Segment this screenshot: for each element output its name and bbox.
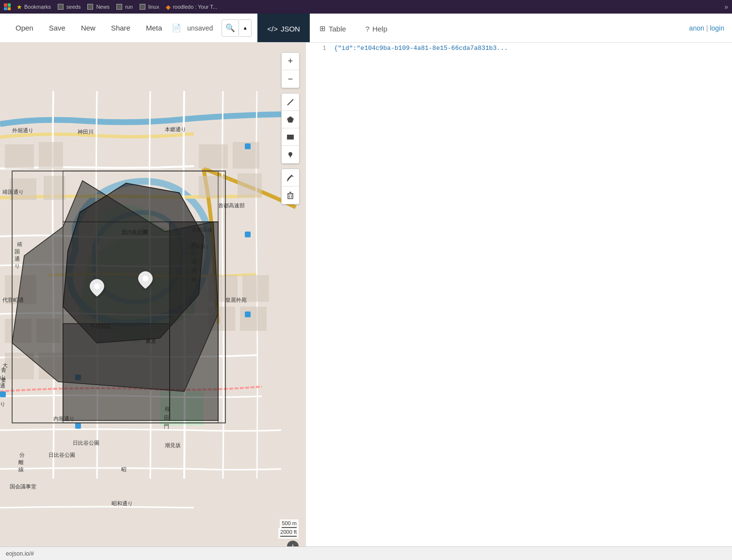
file-icon: 📄 bbox=[172, 23, 181, 32]
svg-rect-4 bbox=[5, 144, 34, 169]
chevron-button[interactable]: ▲ bbox=[239, 19, 252, 37]
rectangle-tool-icon bbox=[286, 133, 295, 141]
meta-button[interactable]: Meta bbox=[138, 20, 170, 36]
json-panel[interactable]: 1 {"id":"e104c9ba-b109-4a81-8e15-66cda7a… bbox=[305, 43, 732, 560]
unsaved-button[interactable]: unsaved bbox=[181, 20, 219, 36]
status-bar: eojson.io/# bbox=[0, 546, 732, 560]
new-button[interactable]: New bbox=[73, 20, 103, 36]
svg-text:北の丸公園: 北の丸公園 bbox=[121, 229, 148, 235]
zoom-out-button[interactable]: − bbox=[282, 70, 299, 88]
svg-text:日比谷公園: 日比谷公園 bbox=[73, 440, 99, 446]
line-tool-button[interactable] bbox=[282, 93, 299, 111]
svg-text:青: 青 bbox=[1, 367, 6, 373]
search-button[interactable]: 🔍 bbox=[222, 19, 239, 37]
svg-text:心: 心 bbox=[191, 250, 197, 256]
svg-text:国会議事堂: 国会議事堂 bbox=[10, 483, 36, 489]
edit-button[interactable] bbox=[282, 169, 299, 187]
checkbox-icon-3 bbox=[116, 4, 122, 10]
news-item[interactable]: News bbox=[87, 4, 110, 10]
map-background[interactable]: .road { stroke: #fff; fill: none; } .roa… bbox=[0, 43, 305, 560]
polygon-tool-button[interactable] bbox=[282, 111, 299, 128]
zoom-in-button[interactable]: + bbox=[282, 53, 299, 70]
app-icon bbox=[4, 3, 11, 10]
tab-json[interactable]: </> </> JSON JSON bbox=[257, 14, 310, 42]
svg-text:外堀通り: 外堀通り bbox=[12, 127, 33, 133]
share-button[interactable]: Share bbox=[103, 20, 138, 36]
svg-text:線: 線 bbox=[18, 467, 24, 472]
map-scale-2000: 2000 ft bbox=[278, 528, 299, 539]
seeds-item[interactable]: seeds bbox=[58, 4, 80, 10]
chevron-up-icon: ▲ bbox=[243, 25, 248, 31]
bookmarks-item[interactable]: ★ Bookmarks bbox=[16, 3, 51, 11]
svg-rect-15 bbox=[5, 353, 34, 379]
svg-rect-65 bbox=[75, 374, 81, 380]
svg-rect-64 bbox=[245, 311, 251, 317]
view-tabs: </> </> JSON JSON ⊞ Table ? Help bbox=[257, 14, 397, 42]
checkbox-icon-4 bbox=[140, 4, 145, 10]
svg-text:通: 通 bbox=[0, 383, 5, 389]
svg-line-77 bbox=[287, 99, 293, 105]
svg-marker-78 bbox=[287, 116, 294, 123]
svg-rect-5 bbox=[39, 142, 63, 169]
search-icon: 🔍 bbox=[225, 23, 235, 32]
svg-text:千代田区: 千代田区 bbox=[90, 324, 111, 329]
help-icon: ? bbox=[366, 25, 369, 33]
delete-button[interactable] bbox=[282, 187, 299, 204]
roodledo-item[interactable]: ◆ roodledo : Your T... bbox=[166, 3, 217, 11]
svg-text:（煙草系）: （煙草系） bbox=[184, 244, 211, 249]
svg-point-75 bbox=[94, 283, 100, 289]
auth-separator: | bbox=[706, 24, 708, 32]
svg-rect-8 bbox=[199, 144, 228, 169]
diamond-icon: ◆ bbox=[166, 3, 171, 11]
browser-chrome: ★ Bookmarks seeds News run linux ◆ roodl… bbox=[0, 0, 732, 14]
save-button[interactable]: Save bbox=[41, 20, 73, 36]
run-item[interactable]: run bbox=[116, 4, 133, 10]
svg-rect-11 bbox=[238, 173, 262, 198]
svg-rect-7 bbox=[44, 176, 65, 200]
line-tool-icon bbox=[286, 98, 295, 107]
svg-point-76 bbox=[143, 276, 148, 281]
svg-text:離: 離 bbox=[18, 459, 24, 465]
svg-rect-16 bbox=[39, 353, 63, 379]
point-tool-button[interactable] bbox=[282, 146, 299, 163]
svg-rect-14 bbox=[36, 319, 61, 343]
svg-text:り: り bbox=[15, 263, 20, 269]
edit-icon bbox=[286, 173, 295, 182]
overflow-button[interactable]: » bbox=[724, 3, 728, 11]
line-number: 1 bbox=[312, 44, 326, 54]
svg-text:東京: 東京 bbox=[145, 338, 157, 344]
checkbox-icon bbox=[58, 4, 64, 10]
linux-item[interactable]: linux bbox=[140, 4, 159, 10]
svg-text:田: 田 bbox=[164, 415, 169, 420]
map-area[interactable]: .road { stroke: #fff; fill: none; } .roa… bbox=[0, 43, 305, 560]
point-tool-icon bbox=[286, 150, 295, 159]
app-toolbar: Open Save New Share Meta 📄 unsaved 🔍 ▲ <… bbox=[0, 14, 732, 43]
svg-text:門: 門 bbox=[164, 423, 169, 429]
svg-text:首都高速部: 首都高速部 bbox=[218, 202, 245, 208]
svg-rect-67 bbox=[0, 391, 6, 397]
rectangle-tool-button[interactable] bbox=[282, 128, 299, 146]
pin-marker-1 bbox=[90, 279, 104, 296]
svg-rect-13 bbox=[5, 319, 32, 343]
svg-rect-10 bbox=[199, 176, 225, 198]
bookmark-bar: ★ Bookmarks seeds News run linux ◆ roodl… bbox=[16, 3, 217, 11]
svg-text:本郷通り: 本郷通り bbox=[165, 126, 186, 132]
main-content: .road { stroke: #fff; fill: none; } .roa… bbox=[0, 43, 732, 560]
login-link[interactable]: login bbox=[710, 24, 724, 32]
open-button[interactable]: Open bbox=[8, 20, 41, 36]
tab-table[interactable]: ⊞ Table bbox=[310, 14, 356, 42]
svg-text:代官町通: 代官町通 bbox=[2, 297, 24, 303]
svg-rect-66 bbox=[75, 423, 81, 429]
svg-text:山: 山 bbox=[0, 374, 5, 380]
svg-text:皇居外苑: 皇居外苑 bbox=[225, 297, 247, 303]
draw-tools bbox=[281, 93, 300, 164]
tab-help[interactable]: ? Help bbox=[356, 14, 397, 42]
map-svg: .road { stroke: #fff; fill: none; } .roa… bbox=[0, 43, 305, 560]
svg-text:内堀通り: 内堀通り bbox=[53, 416, 75, 421]
delete-icon bbox=[286, 191, 295, 200]
edit-tools bbox=[281, 169, 300, 204]
table-icon: ⊞ bbox=[319, 24, 326, 33]
map-tools: + − bbox=[281, 52, 300, 204]
anon-link[interactable]: anon bbox=[689, 24, 704, 32]
svg-rect-79 bbox=[287, 135, 294, 140]
